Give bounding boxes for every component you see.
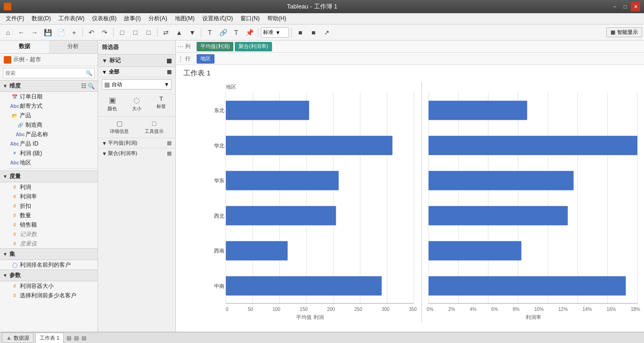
label-button[interactable]: T 标签: [152, 93, 171, 114]
field-region[interactable]: Abc 地区: [8, 158, 98, 167]
menu-item-帮助(H)[interactable]: 帮助(H): [264, 14, 290, 24]
datasource-name[interactable]: 示例 - 超市: [13, 56, 41, 64]
field-record-count[interactable]: # 记录数: [8, 229, 98, 239]
agg-profit-ratio-pill[interactable]: 聚合(利润率): [235, 42, 272, 51]
field-product-name[interactable]: Abc 产品名称: [8, 130, 98, 139]
cylinder-icon: ▲: [6, 335, 12, 341]
copy-sheet-icon[interactable]: ▤: [73, 335, 80, 341]
field-profit-bin[interactable]: # 利润 (级): [8, 148, 98, 158]
sets-label: 集: [9, 250, 15, 258]
field-quantity[interactable]: # 数量: [8, 211, 98, 220]
svg-rect-15: [226, 206, 336, 225]
search-box[interactable]: 🔍: [3, 68, 95, 78]
tab-analysis[interactable]: 分析: [49, 41, 98, 53]
hash-icon-discount: #: [11, 203, 18, 209]
field-ship-mode[interactable]: Abc 邮寄方式: [8, 101, 98, 111]
field-product-id[interactable]: Abc 产品 ID: [8, 139, 98, 148]
field-measure-values[interactable]: # 度量值: [8, 239, 98, 248]
menu-item-地图(M)[interactable]: 地图(M): [171, 14, 198, 24]
avg-profit-pill[interactable]: 平均值(利润): [197, 42, 233, 51]
label-button[interactable]: T: [230, 26, 242, 39]
swap-button[interactable]: ⇄: [160, 26, 172, 39]
menu-item-分析(A)[interactable]: 分析(A): [145, 14, 171, 24]
left-panel: 数据 分析 示例 - 超市 🔍 ▼ 维度 ☷ 🔍 📅: [0, 41, 98, 332]
avg-section-header[interactable]: ▼ 平均值(利润) ▩: [102, 139, 172, 147]
annotation-button[interactable]: 📌: [243, 26, 256, 39]
clear-button[interactable]: □: [142, 26, 155, 39]
field-sales[interactable]: # 销售额: [8, 220, 98, 229]
agg-section-header[interactable]: ▼ 聚合(利润率) ▩: [102, 150, 172, 157]
delete-sheet-icon[interactable]: ▤: [81, 335, 87, 341]
sort-desc-button[interactable]: ▼: [186, 26, 198, 39]
share-button[interactable]: ↗: [321, 26, 333, 39]
measures-label: 度量: [9, 172, 21, 180]
bottom-bar: ▲ 数据源 工作表 1 ▤ ▤ ▤ 12 个标记 6 行 x 2 列 平均值(利…: [0, 332, 644, 343]
svg-text:西北: 西北: [214, 213, 224, 219]
view-size-dropdown[interactable]: 标准 ▼: [261, 27, 289, 38]
fix-axis-button[interactable]: ■: [294, 26, 306, 39]
menu-item-仪表板(B)[interactable]: 仪表板(B): [88, 14, 120, 24]
home-button[interactable]: ⌂: [2, 26, 14, 39]
maximize-button[interactable]: □: [620, 2, 630, 11]
field-product-folder[interactable]: 📂 产品: [8, 111, 98, 120]
size-button[interactable]: ◌ 大小: [127, 93, 146, 114]
menu-item-数据(D)[interactable]: 数据(D): [28, 14, 55, 24]
marks-toggle-icon[interactable]: ▼: [102, 57, 107, 64]
field-profit-bin-size[interactable]: # 利润容器大小: [8, 281, 98, 291]
add-sheet-icon[interactable]: ▤: [66, 335, 72, 341]
field-manufacturer[interactable]: 🔗 制造商: [8, 120, 98, 130]
menu-item-设置格式(O)[interactable]: 设置格式(O): [198, 14, 237, 24]
back-button[interactable]: ←: [15, 26, 27, 39]
field-order-date[interactable]: 📅 订单日期: [8, 92, 98, 101]
svg-rect-29: [429, 101, 527, 120]
save-as-button[interactable]: 📄: [55, 26, 67, 39]
duplicate-button[interactable]: □: [129, 26, 141, 39]
search-input[interactable]: [3, 70, 84, 76]
new-datasource-button[interactable]: +: [68, 26, 80, 39]
field-top-customers[interactable]: ◯ 利润排名前列的客户: [8, 260, 98, 270]
minimize-button[interactable]: −: [610, 2, 619, 11]
columns-shelf-label: ⋯ 列: [178, 43, 197, 50]
agg-chart-icon: ▩: [167, 150, 172, 156]
link-button[interactable]: 🔗: [217, 26, 229, 39]
grid-view-icon[interactable]: ☷: [81, 83, 86, 90]
redo-button[interactable]: ↷: [99, 26, 111, 39]
search-dim-icon[interactable]: 🔍: [88, 83, 95, 90]
forward-button[interactable]: →: [28, 26, 41, 39]
chart-title: 工作表 1: [183, 69, 640, 78]
rows-pills: 地区: [197, 54, 215, 64]
dimensions-label: 维度: [9, 82, 21, 90]
tab-data[interactable]: 数据: [0, 41, 49, 53]
region-pill[interactable]: 地区: [197, 54, 215, 64]
text-button[interactable]: T: [204, 26, 216, 39]
detail-button[interactable]: ▢ 详细信息: [110, 120, 129, 135]
menu-item-工作表(W)[interactable]: 工作表(W): [55, 14, 88, 24]
field-profit[interactable]: # 利润: [8, 182, 98, 192]
menu-item-窗口(N)[interactable]: 窗口(N): [237, 14, 264, 24]
new-worksheet-button[interactable]: □: [116, 26, 128, 39]
marks-type-dropdown[interactable]: ▩ 自动 ▼: [102, 79, 172, 90]
field-discount[interactable]: # 折扣: [8, 201, 98, 211]
sort-asc-button[interactable]: ▲: [173, 26, 185, 39]
field-profit-ratio[interactable]: # 利润率: [8, 192, 98, 201]
save-button[interactable]: 💾: [41, 26, 54, 39]
field-select-top-n[interactable]: # 选择利润前多少名客户: [8, 291, 98, 300]
params-toggle-icon[interactable]: ▼: [3, 273, 8, 278]
tooltip-button[interactable]: ■: [307, 26, 320, 39]
tooltip-button-marks[interactable]: □ 工具提示: [145, 120, 164, 135]
product-folder-icon: 📂: [11, 112, 18, 119]
smart-display-button[interactable]: ▦ 智能显示: [606, 27, 642, 37]
menu-item-故事(I)[interactable]: 故事(I): [120, 14, 144, 24]
menu-item-文件(F)[interactable]: 文件(F): [2, 14, 28, 24]
undo-button[interactable]: ↶: [85, 26, 98, 39]
measures-toggle-icon[interactable]: ▼: [3, 174, 8, 179]
color-button[interactable]: ▣ 颜色: [103, 93, 122, 114]
sets-toggle-icon[interactable]: ▼: [3, 252, 8, 257]
all-toggle-icon[interactable]: ▼: [102, 69, 107, 75]
datasource-tab[interactable]: ▲ 数据源: [2, 333, 33, 343]
dimensions-toggle-icon[interactable]: ▼: [3, 83, 8, 89]
close-button[interactable]: ✕: [631, 2, 640, 11]
window-controls[interactable]: − □ ✕: [610, 2, 640, 11]
marks-header: ▼ 标记 ▩: [98, 55, 175, 67]
worksheet-tab[interactable]: 工作表 1: [35, 333, 64, 343]
